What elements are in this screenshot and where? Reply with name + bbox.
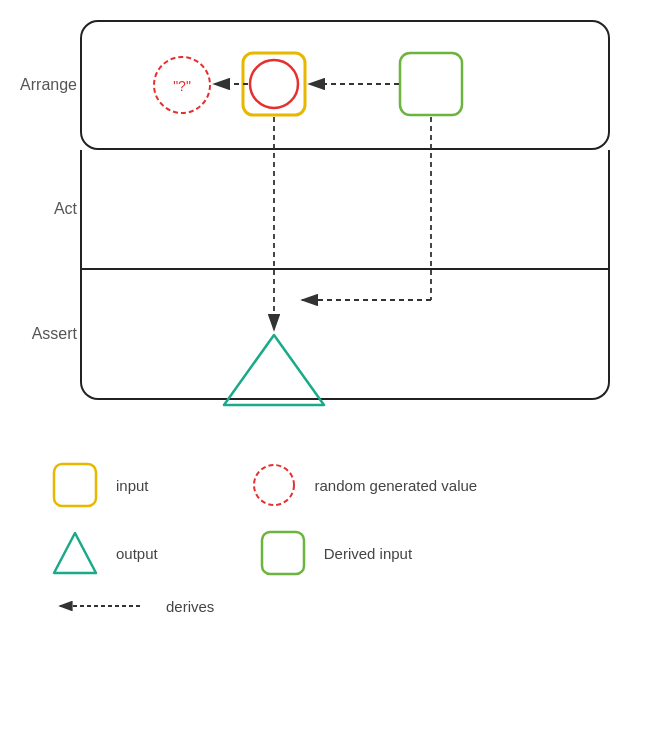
random-icon	[249, 460, 299, 510]
legend-input-item: input	[50, 460, 149, 510]
derives-icon	[50, 596, 150, 616]
arrange-label: Arrange	[20, 76, 77, 94]
legend-row-2: output Derived input	[50, 528, 620, 578]
legend: input random generated value output	[50, 460, 620, 616]
layer-act: Act	[80, 150, 610, 270]
random-label: random generated value	[315, 477, 478, 494]
legend-row-1: input random generated value	[50, 460, 620, 510]
derived-label: Derived input	[324, 545, 412, 562]
output-icon	[50, 528, 100, 578]
legend-output-item: output	[50, 528, 158, 578]
layer-arrange: Arrange	[80, 20, 610, 150]
derived-icon	[258, 528, 308, 578]
svg-marker-15	[54, 533, 96, 573]
diagram: Arrange Act Assert "?"	[30, 20, 620, 440]
svg-point-14	[254, 465, 294, 505]
main-container: Arrange Act Assert "?"	[0, 0, 653, 740]
layer-assert: Assert	[80, 270, 610, 400]
assert-label: Assert	[32, 325, 77, 343]
svg-rect-13	[54, 464, 96, 506]
input-icon	[50, 460, 100, 510]
output-label: output	[116, 545, 158, 562]
legend-random-item: random generated value	[249, 460, 478, 510]
svg-rect-16	[262, 532, 304, 574]
legend-derives-row: derives	[50, 596, 620, 616]
act-label: Act	[54, 200, 77, 218]
input-label: input	[116, 477, 149, 494]
legend-derived-item: Derived input	[258, 528, 412, 578]
derives-label: derives	[166, 598, 214, 615]
